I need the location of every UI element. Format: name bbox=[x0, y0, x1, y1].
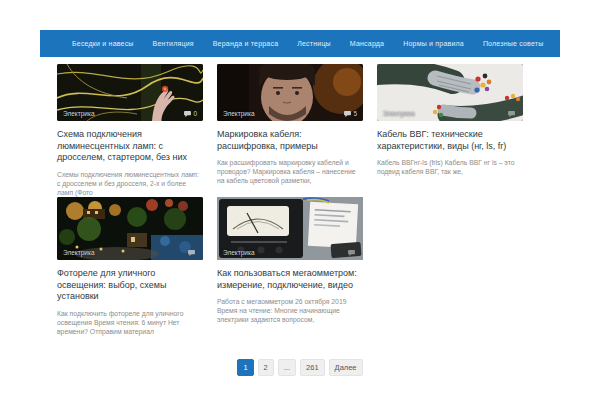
article-title[interactable]: Фотореле для уличного освещения: выбор, … bbox=[57, 268, 203, 303]
article-excerpt: Работа с мегаомметром 26 октября 2019 Вр… bbox=[217, 297, 363, 325]
category-label[interactable]: Электрика bbox=[383, 110, 415, 117]
pagination-page-2[interactable]: 2 bbox=[258, 359, 274, 376]
article-thumbnail[interactable]: Электрика 5 bbox=[217, 64, 363, 121]
nav-item-lestnicy[interactable]: Лестницы bbox=[297, 40, 331, 47]
comments-count: 5 bbox=[344, 110, 357, 117]
comment-bubble-icon bbox=[188, 250, 195, 256]
pagination: 1 2 ... 261 Далее bbox=[0, 358, 600, 376]
nav-item-mansarda[interactable]: Мансарда bbox=[350, 40, 384, 47]
article-title[interactable]: Кабель ВВГ: технические характеристики, … bbox=[377, 129, 523, 152]
comment-bubble-icon bbox=[184, 111, 191, 117]
comments-number: 0 bbox=[193, 110, 197, 117]
article-card: Электрика 0 Схема подключения люминесцен… bbox=[57, 64, 203, 197]
article-title[interactable]: Маркировка кабеля: расшифровка, примеры bbox=[217, 129, 363, 152]
article-excerpt: Как подключить фотореле для уличного осв… bbox=[57, 309, 203, 337]
article-thumbnail[interactable]: Электрика 0 bbox=[57, 64, 203, 121]
article-excerpt: Схемы подключения люминесцентных ламп: с… bbox=[57, 170, 203, 198]
article-card: Электрика 5 Маркировка кабеля: расшифров… bbox=[217, 64, 363, 186]
article-thumbnail[interactable]: Электрика bbox=[57, 197, 203, 260]
article-thumbnail[interactable]: Электрика bbox=[217, 197, 363, 260]
comments-count bbox=[188, 250, 197, 256]
article-excerpt: Кабель ВВГнг-ls (frls) Кабель ВВГ нг ls … bbox=[377, 158, 523, 176]
main-navbar: Беседки и навесы Вентиляция Веранда и те… bbox=[40, 30, 560, 57]
comments-count bbox=[508, 111, 517, 117]
comments-number: 5 bbox=[353, 110, 357, 117]
article-card: Электрика Как пользоваться мегаомметром:… bbox=[217, 197, 363, 325]
article-card: Электрика Фотореле для уличного освещени… bbox=[57, 197, 203, 336]
pagination-ellipsis: ... bbox=[278, 359, 296, 376]
article-excerpt: Как расшифровать маркировку кабелей и пр… bbox=[217, 158, 363, 186]
comment-bubble-icon bbox=[508, 111, 515, 117]
category-label[interactable]: Электрика bbox=[223, 249, 255, 256]
article-card: Электрика Кабель ВВГ: технические характ… bbox=[377, 64, 523, 176]
pagination-next-button[interactable]: Далее bbox=[329, 359, 363, 376]
nav-item-besedki[interactable]: Беседки и навесы bbox=[72, 40, 134, 47]
article-title[interactable]: Схема подключения люминесцентных ламп: с… bbox=[57, 129, 203, 164]
article-title[interactable]: Как пользоваться мегаомметром: измерение… bbox=[217, 268, 363, 291]
category-label[interactable]: Электрика bbox=[223, 110, 255, 117]
article-thumbnail[interactable]: Электрика bbox=[377, 64, 523, 121]
category-label[interactable]: Электрика bbox=[63, 110, 95, 117]
nav-item-sovety[interactable]: Полезные советы bbox=[483, 40, 544, 47]
nav-item-veranda[interactable]: Веранда и терраса bbox=[213, 40, 278, 47]
comments-count bbox=[348, 250, 357, 256]
pagination-page-last[interactable]: 261 bbox=[300, 359, 325, 376]
nav-item-ventilyaciya[interactable]: Вентиляция bbox=[153, 40, 194, 47]
comment-bubble-icon bbox=[344, 111, 351, 117]
comments-count: 0 bbox=[184, 110, 197, 117]
pagination-page-1[interactable]: 1 bbox=[237, 359, 253, 376]
nav-item-normy[interactable]: Нормы и правила bbox=[403, 40, 464, 47]
comment-bubble-icon bbox=[348, 250, 355, 256]
category-label[interactable]: Электрика bbox=[63, 249, 95, 256]
